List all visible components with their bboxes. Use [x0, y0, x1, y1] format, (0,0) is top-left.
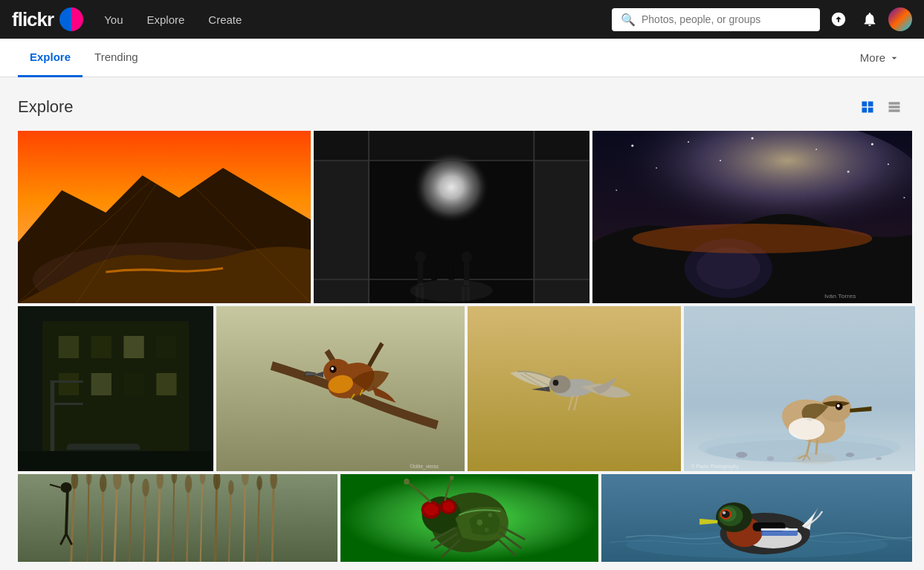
photo-row-3	[18, 474, 906, 562]
svg-point-35	[688, 141, 689, 143]
svg-point-47	[633, 224, 873, 253]
svg-point-86	[736, 452, 748, 458]
search-input[interactable]	[642, 13, 811, 25]
svg-point-42	[888, 163, 889, 165]
svg-line-111	[216, 478, 217, 562]
bell-icon	[862, 11, 878, 27]
milkyway-svg: Iván Torres	[592, 131, 912, 303]
svg-text:© Pavlo Photography: © Pavlo Photography	[691, 464, 740, 470]
upload-icon	[830, 11, 847, 27]
svg-point-164	[723, 511, 726, 514]
subnav: Explore Trending More	[0, 39, 924, 77]
svg-point-37	[815, 149, 817, 150]
photo-urban-building[interactable]	[18, 306, 213, 471]
svg-point-31	[410, 279, 493, 302]
photo-row-2: ©billie_vieras	[18, 306, 906, 471]
svg-point-19	[429, 250, 440, 262]
content-header: Explore	[18, 95, 906, 119]
tab-explore[interactable]: Explore	[18, 39, 83, 77]
flickr-icon	[59, 7, 83, 31]
svg-point-124	[185, 475, 193, 493]
svg-point-77	[549, 375, 571, 393]
svg-rect-167	[760, 528, 798, 531]
upload-button[interactable]	[826, 7, 851, 32]
tunnel-svg	[314, 131, 589, 303]
bird-flying-svg	[468, 306, 681, 471]
user-avatar[interactable]	[888, 7, 912, 31]
more-button[interactable]: More	[854, 47, 906, 68]
svg-point-39	[656, 167, 657, 169]
nav-explore[interactable]: Explore	[138, 9, 193, 30]
svg-point-46	[697, 247, 760, 289]
svg-point-94	[789, 418, 825, 440]
svg-point-34	[631, 145, 633, 147]
svg-rect-16	[418, 263, 423, 285]
svg-point-40	[720, 160, 721, 161]
search-icon: 🔍	[621, 13, 636, 27]
photo-reeds-mist[interactable]	[18, 474, 337, 562]
nav-create[interactable]: Create	[199, 9, 251, 30]
logo[interactable]: flickr	[12, 7, 83, 31]
svg-point-151	[477, 519, 482, 525]
photo-milky-way[interactable]: Iván Torres	[592, 131, 912, 303]
svg-point-132	[60, 482, 71, 493]
navbar: flickr You Explore Create 🔍	[0, 0, 924, 39]
svg-point-129	[256, 476, 262, 490]
photo-silhouettes-tunnel[interactable]	[314, 131, 589, 303]
grid-view-button[interactable]	[856, 95, 879, 119]
svg-point-153	[485, 528, 489, 532]
svg-point-144	[450, 476, 454, 480]
svg-line-115	[272, 478, 274, 562]
svg-point-70	[331, 367, 334, 370]
photo-sandpiper[interactable]: © Pavlo Photography	[684, 306, 915, 471]
svg-line-131	[66, 489, 68, 534]
svg-point-142	[443, 502, 454, 512]
main-content: Explore	[0, 77, 924, 562]
svg-point-27	[462, 251, 473, 263]
photo-bird-flying[interactable]	[468, 306, 681, 471]
svg-point-78	[553, 380, 559, 386]
svg-point-89	[876, 457, 882, 460]
duck-svg	[601, 474, 912, 562]
tab-trending[interactable]: Trending	[83, 39, 150, 77]
mountain-svg	[18, 131, 311, 303]
svg-point-152	[488, 513, 493, 517]
svg-point-15	[415, 251, 426, 263]
photo-bird-branch[interactable]: ©billie_vieras	[216, 306, 465, 471]
svg-point-141	[424, 504, 439, 516]
svg-point-93	[837, 404, 840, 407]
svg-rect-65	[18, 306, 213, 471]
more-label: More	[860, 51, 885, 64]
nav-you[interactable]: You	[95, 9, 132, 30]
list-view-button[interactable]	[882, 95, 906, 119]
photo-duck-water[interactable]	[601, 474, 912, 562]
svg-point-36	[751, 137, 753, 140]
svg-point-118	[100, 474, 107, 492]
sandpiper-svg: © Pavlo Photography	[684, 306, 915, 471]
svg-point-97	[792, 453, 836, 464]
svg-point-44	[903, 197, 905, 198]
svg-point-87	[767, 456, 775, 461]
svg-text:Iván Torres: Iván Torres	[824, 292, 856, 299]
svg-line-96	[816, 440, 818, 455]
search-bar[interactable]: 🔍	[612, 8, 820, 31]
svg-point-10	[396, 146, 506, 250]
bird-branch-svg: ©billie_vieras	[216, 306, 465, 471]
urban-svg	[18, 306, 213, 471]
svg-rect-166	[760, 530, 798, 536]
flickr-logo-text: flickr	[12, 8, 54, 31]
photo-row-1: Iván Torres	[18, 131, 906, 303]
svg-point-41	[847, 171, 849, 173]
photo-mountain-sunset[interactable]	[18, 131, 311, 303]
grid-icon	[860, 100, 875, 114]
svg-point-121	[142, 479, 149, 496]
svg-point-163	[722, 511, 730, 518]
svg-point-38	[871, 143, 873, 146]
svg-point-43	[616, 190, 617, 191]
svg-point-88	[846, 453, 855, 457]
svg-point-143	[404, 479, 409, 485]
chevron-down-icon	[888, 52, 900, 64]
photo-beetle-closeup[interactable]	[340, 474, 598, 562]
svg-text:©billie_vieras: ©billie_vieras	[410, 464, 439, 470]
notifications-button[interactable]	[857, 7, 882, 32]
